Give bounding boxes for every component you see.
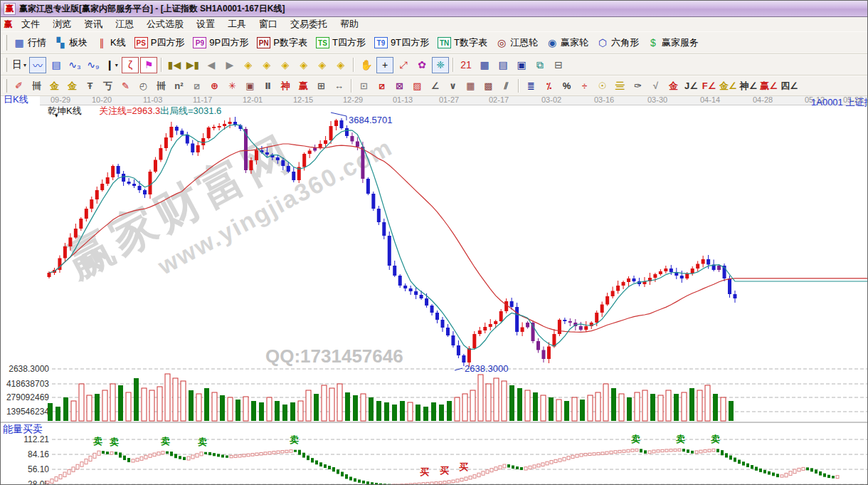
j-angle-tool[interactable]: J∠ (683, 78, 699, 94)
menu-tools[interactable]: 工具 (221, 18, 253, 30)
wave3-button[interactable]: ∿₃ (66, 57, 83, 73)
next-button[interactable]: ▶ (221, 57, 238, 73)
square-tool[interactable]: ⊡ (356, 78, 372, 94)
diamond-center-button[interactable]: ◈ (314, 57, 331, 73)
mirror-angle-tool[interactable]: ⧄ (189, 78, 205, 94)
shen-ruler-tool[interactable]: 神 (277, 78, 294, 94)
fan-lines-tool[interactable]: ⧄ (374, 78, 390, 94)
pencil-flag-tool[interactable]: ✑ (630, 78, 646, 94)
diamond-cross-button[interactable]: ◈ (295, 57, 312, 73)
wave9-button[interactable]: ∿₉ (85, 57, 102, 73)
winner-service-button[interactable]: $赢家服务 (645, 34, 704, 51)
angle-lines-tool[interactable]: ∠ (427, 78, 443, 94)
gann-wheel-button[interactable]: ◎江恩轮 (493, 34, 543, 51)
red-wave-button[interactable]: ζ (122, 57, 139, 73)
gold-ruler-tool[interactable]: 金 (46, 78, 63, 94)
report-button[interactable]: ▤ (494, 57, 512, 73)
toolbar-grip[interactable] (4, 58, 7, 72)
diamond-right-button[interactable]: ◈ (258, 57, 275, 73)
calculator-button[interactable]: ▦ (476, 57, 493, 73)
menu-window[interactable]: 窗口 (253, 18, 284, 30)
brush-tool[interactable]: ✎ (117, 78, 134, 94)
gann-grid-tool[interactable]: ≣ (523, 78, 539, 94)
t-digit-table-button[interactable]: TNT数字表 (435, 34, 492, 51)
t-square-button[interactable]: TST四方形 (313, 34, 371, 51)
menu-formula-picker[interactable]: 公式选股 (140, 18, 190, 30)
menu-browse[interactable]: 浏览 (46, 18, 78, 30)
angle-line-button[interactable]: ⤢ (395, 57, 412, 73)
f-ruler-tool[interactable]: Ŧ (82, 78, 98, 94)
crosshair-button[interactable]: + (376, 57, 393, 73)
kline-type-dropdown-icon[interactable]: ▾ (55, 112, 58, 119)
four-angle-tool[interactable]: 四∠ (780, 78, 799, 94)
p-digit-table-button[interactable]: PNP数字表 (254, 34, 312, 51)
ruler2-tool[interactable]: 卌 (153, 78, 169, 94)
f-angle-tool[interactable]: F∠ (701, 78, 717, 94)
indicator-pane-label[interactable]: 能量买卖 (3, 423, 43, 436)
ruler123-tool[interactable]: ⊞ (313, 78, 329, 94)
gold-circle-tool[interactable]: ☉ (594, 78, 610, 94)
candle-tool-button[interactable]: ❙▾ (103, 57, 120, 73)
9t-square-button[interactable]: T99T四方形 (371, 34, 434, 51)
compass-tool[interactable]: ⊕ (206, 78, 223, 94)
win-angle-tool[interactable]: 赢∠ (759, 78, 778, 94)
print-button[interactable]: ⊟ (550, 57, 567, 73)
gold-angle-tool[interactable]: 金∠ (719, 78, 738, 94)
hexagon-button[interactable]: ⬡六角形 (594, 34, 644, 51)
gold-underline-tool[interactable]: 金 (665, 78, 682, 94)
p-square-button[interactable]: PSP四方形 (132, 34, 190, 51)
note-button[interactable]: ▤ (48, 57, 65, 73)
h-measure-tool[interactable]: ↔ (331, 78, 347, 94)
skip-last-button[interactable]: ▶▮ (184, 57, 201, 73)
cup-tool[interactable]: √ (647, 78, 664, 94)
fan-box-tool[interactable]: ⊠ (391, 78, 408, 94)
kline-button[interactable]: ∥K线 (93, 34, 131, 51)
menu-help[interactable]: 帮助 (334, 18, 365, 30)
n2-ruler-tool[interactable]: n² (171, 78, 187, 94)
parallel-tool[interactable]: ⫽ (498, 78, 514, 94)
kline-type-label[interactable]: 乾坤K线 (48, 105, 82, 118)
menu-file[interactable]: 文件 (15, 18, 46, 30)
winner-wheel-button[interactable]: ◉赢家轮 (544, 34, 593, 51)
box-grid-tool[interactable]: ▣ (242, 78, 258, 94)
percent-hline-tool[interactable]: ÷ (576, 78, 593, 94)
star-grid-tool[interactable]: ✳ (224, 78, 240, 94)
prev-button[interactable]: ◀ (203, 57, 220, 73)
quotes-button[interactable]: ▦行情 (11, 34, 51, 51)
grid1-tool[interactable]: ▦ (462, 78, 479, 94)
flower-button[interactable]: ✿ (413, 57, 430, 73)
diamond-left-button[interactable]: ◈ (240, 57, 257, 73)
percent-tool[interactable]: % (559, 78, 575, 94)
time-ruler-tool[interactable]: ◴ (135, 78, 152, 94)
wave-chart-button[interactable]: 〰 (29, 57, 46, 73)
grid2-tool[interactable]: ▩ (480, 78, 497, 94)
menu-news[interactable]: 资讯 (78, 18, 109, 30)
win-ruler-tool[interactable]: 赢 (295, 78, 312, 94)
menu-trade[interactable]: 交易委托 (284, 18, 334, 30)
bow-ruler-tool[interactable]: 丂 (100, 78, 116, 94)
v-lines-tool[interactable]: ∨ (445, 78, 461, 94)
box-fan-tool[interactable]: ▨ (409, 78, 425, 94)
9p-square-button[interactable]: P99P四方形 (190, 34, 253, 51)
menu-settings[interactable]: 设置 (190, 18, 221, 30)
ruler-tool[interactable]: 卌 (28, 78, 45, 94)
period-label[interactable]: 日K线 (4, 93, 28, 106)
percent-line-tool[interactable]: ⁒ (541, 78, 557, 94)
toolbar-grip[interactable] (4, 79, 7, 93)
toolbar-grip[interactable] (4, 35, 7, 51)
shen-angle-tool[interactable]: 神∠ (739, 78, 758, 94)
knife-tool[interactable]: ✐ (11, 78, 27, 94)
calendar-button[interactable]: 21 (457, 57, 475, 73)
export-button[interactable]: ⧉ (531, 57, 549, 73)
skip-first-button[interactable]: ▮◀ (166, 57, 183, 73)
gold-line-tool[interactable]: 亖 (612, 78, 628, 94)
save-button[interactable]: ▣ (513, 57, 530, 73)
gold-ruler2-tool[interactable]: 金 (64, 78, 80, 94)
diamond-spread-button[interactable]: ◈ (277, 57, 294, 73)
brain-button[interactable]: ❈ (432, 57, 449, 73)
indicator-flag-button[interactable]: ⚑ (140, 57, 157, 73)
sectors-button[interactable]: ▚板块 (52, 34, 92, 51)
menu-gann[interactable]: 江恩 (109, 18, 140, 30)
hand-pan-button[interactable]: ✋ (358, 57, 375, 73)
diamond-move-button[interactable]: ◈ (332, 57, 349, 73)
